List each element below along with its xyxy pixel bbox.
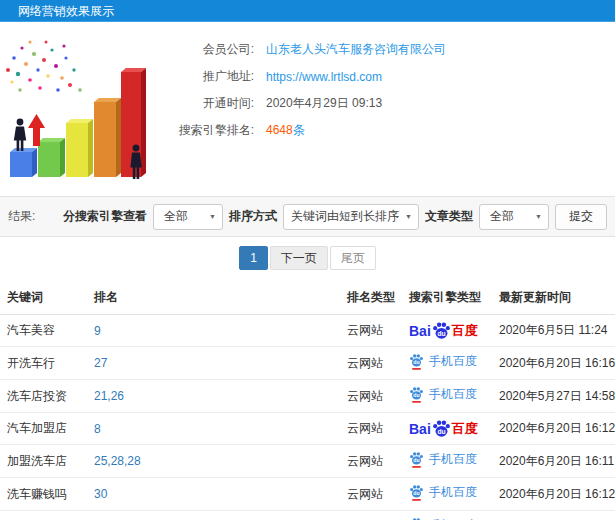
mobile-baidu-icon: du [409, 353, 424, 370]
last-page-button[interactable]: 尾页 [330, 246, 376, 270]
type-filter-label: 文章类型 [425, 208, 473, 225]
type-filter-select[interactable]: 全部 ▼ [479, 204, 549, 230]
engine-logo-cell: Bai du 百度 du 手机百度 [405, 347, 495, 380]
engine-logo-cell: Bai du 百度 du 手机百度 [405, 315, 495, 347]
table-row: 汽车加盟店 8 云网站 Bai du 百度 du [0, 413, 615, 445]
page-title: 网络营销效果展示 [0, 0, 615, 22]
table-row: 洗车赚钱吗 30 云网站 Bai du 百度 du [0, 478, 615, 511]
promo-url-label: 推广地址: [152, 68, 254, 85]
rank-type-cell: 云网站 [343, 315, 405, 347]
svg-text:du: du [437, 428, 445, 435]
bar-blue [10, 148, 37, 177]
mobile-baidu-icon: du [409, 451, 424, 468]
rank-link[interactable]: 9 [94, 324, 101, 338]
info-row-url: 推广地址: https://www.lrtlsd.com [152, 63, 615, 90]
mobile-baidu-icon: du [409, 386, 424, 403]
info-row-ranking-count: 搜索引擎排名: 4648条 [152, 117, 615, 144]
engine-logo-cell: Bai du 百度 du 手机百度 [405, 380, 495, 413]
rank-link[interactable]: 21,26 [94, 389, 124, 403]
keyword-cell: 汽车美容 [0, 315, 90, 347]
rank-type-cell: 云网站 [343, 347, 405, 380]
update-time-cell: 2020年6月20日 16:12 [495, 413, 615, 445]
mobile-baidu-logo: du 手机百度 [409, 386, 477, 403]
sort-filter-select[interactable]: 关键词由短到长排序 ▼ [283, 204, 419, 230]
bar-yellow [66, 119, 93, 177]
keyword-cell: 洗车店投资 [0, 380, 90, 413]
table-row: 洗车店利润 30 云网站 Bai du 百度 du [0, 511, 615, 520]
filter-group: 分搜索引擎查看 全部 ▼ 排序方式 关键词由短到长排序 ▼ 文章类型 全部 ▼ … [63, 204, 607, 230]
keyword-cell: 加盟洗车店 [0, 445, 90, 478]
ranking-count-value: 4648条 [266, 122, 305, 139]
keyword-ranking-table: 关键词 排名 排名类型 搜索引擎类型 最新更新时间 汽车美容 9 云网站 Bai… [0, 280, 615, 520]
mobile-baidu-label: 手机百度 [429, 353, 477, 370]
svg-text:du: du [413, 490, 419, 496]
pagination: 1下一页尾页 [0, 237, 615, 280]
sort-filter-value: 关键词由短到长排序 [291, 208, 399, 225]
engine-logo-cell: Bai du 百度 du 手机百度 [405, 445, 495, 478]
sort-filter-label: 排序方式 [229, 208, 277, 225]
engine-filter-value: 全部 [164, 208, 188, 225]
update-time-cell: 2020年5月27日 14:58 [495, 380, 615, 413]
promo-url-link[interactable]: https://www.lrtlsd.com [266, 70, 382, 84]
bar-green [38, 138, 65, 177]
mobile-baidu-logo: du 手机百度 [409, 484, 477, 501]
baidu-paw-icon: du [432, 419, 451, 438]
businessman-left [14, 119, 26, 151]
mobile-baidu-logo: du 手机百度 [409, 353, 477, 370]
ranking-count-label: 搜索引擎排名: [152, 122, 254, 139]
rank-cell: 21,26 [90, 380, 343, 413]
type-filter-value: 全部 [490, 208, 514, 225]
baidu-logo-cn-text: 百度 [452, 322, 478, 340]
submit-button[interactable]: 提交 [555, 204, 607, 230]
mobile-baidu-label: 手机百度 [429, 386, 477, 403]
table-row: 汽车美容 9 云网站 Bai du 百度 du [0, 315, 615, 347]
col-header-rank: 排名 [90, 280, 343, 315]
rank-cell: 27 [90, 347, 343, 380]
svg-text:du: du [437, 330, 445, 337]
engine-logo-cell: Bai du 百度 du 手机百度 [405, 478, 495, 511]
info-row-company: 会员公司: 山东老人头汽车服务咨询有限公司 [152, 36, 615, 63]
rank-link[interactable]: 27 [94, 356, 107, 370]
page-number-1[interactable]: 1 [239, 246, 268, 270]
update-time-cell: 2020年6月18日 14:27 [495, 511, 615, 520]
col-header-engine-type: 搜索引擎类型 [405, 280, 495, 315]
rank-link[interactable]: 30 [94, 487, 107, 501]
confetti-dots [6, 40, 82, 91]
engine-logo-cell: Bai du 百度 du 手机百度 [405, 413, 495, 445]
rank-type-cell: 云网站 [343, 413, 405, 445]
update-time-cell: 2020年6月20日 16:16 [495, 347, 615, 380]
bar-orange [94, 98, 121, 177]
rank-type-cell: 云网站 [343, 511, 405, 520]
keyword-cell: 洗车店利润 [0, 511, 90, 520]
baidu-logo: Bai du 百度 [409, 321, 478, 340]
keyword-cell: 洗车赚钱吗 [0, 478, 90, 511]
rank-type-cell: 云网站 [343, 478, 405, 511]
chevron-down-icon: ▼ [405, 213, 412, 220]
next-page-button[interactable]: 下一页 [270, 246, 328, 270]
rank-link[interactable]: 25,28,28 [94, 454, 141, 468]
update-time-cell: 2020年6月5日 11:24 [495, 315, 615, 347]
mobile-baidu-icon: du [409, 484, 424, 501]
member-info-list: 会员公司: 山东老人头汽车服务咨询有限公司 推广地址: https://www.… [152, 30, 615, 190]
svg-text:du: du [413, 392, 419, 398]
rank-type-cell: 云网站 [343, 380, 405, 413]
table-row: 洗车店投资 21,26 云网站 Bai du 百度 du [0, 380, 615, 413]
company-label: 会员公司: [152, 41, 254, 58]
baidu-logo-bai-text: Bai [409, 323, 431, 339]
svg-text:du: du [413, 457, 419, 463]
ranking-count-unit[interactable]: 条 [293, 123, 305, 137]
growth-chart-illustration [0, 30, 152, 190]
engine-filter-select[interactable]: 全部 ▼ [153, 204, 223, 230]
mobile-baidu-label: 手机百度 [429, 451, 477, 468]
rank-type-cell: 云网站 [343, 445, 405, 478]
mobile-baidu-label: 手机百度 [429, 484, 477, 501]
table-row: 开洗车行 27 云网站 Bai du 百度 du [0, 347, 615, 380]
table-header-row: 关键词 排名 排名类型 搜索引擎类型 最新更新时间 [0, 280, 615, 315]
info-row-open-time: 开通时间: 2020年4月29日 09:13 [152, 90, 615, 117]
company-value-link[interactable]: 山东老人头汽车服务咨询有限公司 [266, 41, 446, 58]
rank-link[interactable]: 8 [94, 422, 101, 436]
rank-cell: 9 [90, 315, 343, 347]
rank-cell: 8 [90, 413, 343, 445]
engine-filter-label: 分搜索引擎查看 [63, 208, 147, 225]
col-header-rank-type: 排名类型 [343, 280, 405, 315]
